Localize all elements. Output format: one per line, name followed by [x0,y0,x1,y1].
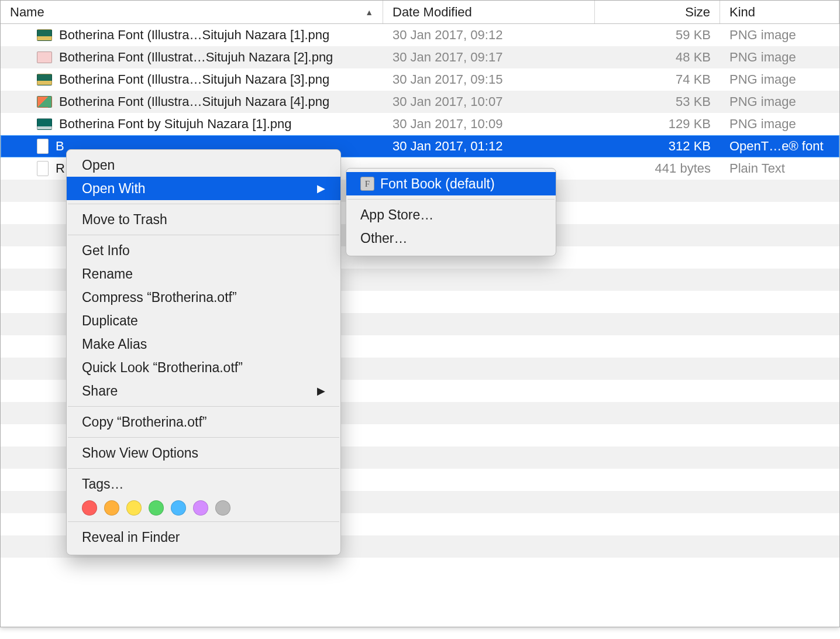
file-date: 30 Jan 2017, 10:09 [383,116,595,132]
file-row[interactable]: Botherina Font (Illustra…Situjuh Nazara … [1,68,839,91]
file-size: 48 KB [595,50,720,65]
ctx-open-with-label: Open With [82,181,146,197]
ctx-copy[interactable]: Copy “Brotherina.otf” [67,410,340,434]
file-date: 30 Jan 2017, 09:15 [383,72,595,87]
ctx-separator [68,521,339,522]
ctx-separator [68,468,339,469]
ctx-reveal-in-finder[interactable]: Reveal in Finder [67,525,340,549]
file-name-cell: Botherina Font by Situjuh Nazara [1].png [1,116,383,132]
column-header-kind[interactable]: Kind [720,1,839,23]
file-name: Botherina Font (Illustrat…Situjuh Nazara… [59,50,333,65]
file-date: 30 Jan 2017, 09:17 [383,50,595,65]
ctx-share-label: Share [82,383,118,399]
ctx-show-view-options-label: Show View Options [82,445,198,461]
ctx-separator [68,406,339,407]
file-kind: PNG image [720,50,839,65]
file-kind: Plain Text [720,161,839,176]
file-size: 74 KB [595,72,720,87]
submenu-app-store[interactable]: App Store… [346,203,556,226]
file-size: 312 KB [595,139,720,154]
tag-green[interactable] [149,500,164,516]
ctx-tags[interactable]: Tags… [67,472,340,496]
tag-gray[interactable] [215,500,230,516]
file-date: 30 Jan 2017, 10:07 [383,94,595,109]
column-header-name[interactable]: Name ▲ [1,1,383,23]
file-name-cell: Botherina Font (Illustrat…Situjuh Nazara… [1,50,383,65]
column-header-kind-label: Kind [729,5,755,20]
file-kind: PNG image [720,94,839,109]
file-size: 53 KB [595,94,720,109]
ctx-compress[interactable]: Compress “Brotherina.otf” [67,286,340,309]
file-name: Botherina Font (Illustra…Situjuh Nazara … [59,94,329,109]
ctx-move-to-trash-label: Move to Trash [82,212,167,228]
empty-row [1,558,839,580]
chevron-right-icon: ▶ [317,182,325,195]
file-kind: OpenT…e® font [720,139,839,154]
ctx-open[interactable]: Open [67,153,340,177]
ctx-separator [347,199,555,200]
file-name: B [56,139,64,154]
ctx-make-alias[interactable]: Make Alias [67,332,340,356]
file-date: 30 Jan 2017, 01:12 [383,139,595,154]
context-menu: Open Open With ▶ Move to Trash Get Info … [66,149,341,555]
column-header-name-label: Name [10,5,44,20]
ctx-rename[interactable]: Rename [67,262,340,286]
chevron-right-icon: ▶ [317,384,325,397]
ctx-rename-label: Rename [82,266,133,282]
ctx-make-alias-label: Make Alias [82,336,147,352]
tag-yellow[interactable] [126,500,142,516]
ctx-get-info[interactable]: Get Info [67,239,340,262]
ctx-reveal-in-finder-label: Reveal in Finder [82,530,180,545]
ctx-tag-colors [67,496,340,518]
file-size: 59 KB [595,28,720,43]
submenu-app-store-label: App Store… [360,207,433,223]
tag-blue[interactable] [171,500,186,516]
column-header-row: Name ▲ Date Modified Size Kind [1,1,839,24]
ctx-quick-look[interactable]: Quick Look “Brotherina.otf” [67,356,340,379]
file-icon [37,139,49,154]
ctx-open-label: Open [82,157,115,173]
finder-list-window: Name ▲ Date Modified Size Kind Botherina… [0,0,840,627]
ctx-separator [68,235,339,235]
file-icon [37,161,49,176]
file-icon [37,96,52,108]
file-row[interactable]: Botherina Font (Illustra…Situjuh Nazara … [1,91,839,113]
ctx-copy-label: Copy “Brotherina.otf” [82,414,206,430]
ctx-open-with[interactable]: Open With ▶ [67,177,340,200]
submenu-font-book[interactable]: F Font Book (default) [346,172,556,195]
ctx-separator [68,437,339,438]
tag-red[interactable] [82,500,97,516]
file-row[interactable]: Botherina Font (Illustra…Situjuh Nazara … [1,24,839,46]
column-header-date-label: Date Modified [393,5,472,20]
file-kind: PNG image [720,72,839,87]
file-icon [37,29,52,41]
sort-ascending-icon: ▲ [365,8,373,17]
column-header-size-label: Size [685,5,710,20]
column-header-size[interactable]: Size [595,1,720,23]
file-name-cell: Botherina Font (Illustra…Situjuh Nazara … [1,72,383,87]
submenu-font-book-label: Font Book (default) [380,176,495,192]
file-size: 129 KB [595,116,720,132]
ctx-compress-label: Compress “Brotherina.otf” [82,290,237,305]
file-name: Botherina Font (Illustra…Situjuh Nazara … [59,72,329,87]
file-kind: PNG image [720,28,839,43]
submenu-other-label: Other… [360,231,408,246]
file-size: 441 bytes [595,161,720,176]
file-row[interactable]: Botherina Font by Situjuh Nazara [1].png… [1,113,839,135]
ctx-separator [68,204,339,204]
submenu-other[interactable]: Other… [346,226,556,250]
file-icon [37,118,52,130]
ctx-move-to-trash[interactable]: Move to Trash [67,208,340,231]
ctx-show-view-options[interactable]: Show View Options [67,441,340,465]
column-header-date[interactable]: Date Modified [383,1,595,23]
file-name: Botherina Font by Situjuh Nazara [1].png [59,116,291,132]
file-name: Botherina Font (Illustra…Situjuh Nazara … [59,28,329,43]
tag-orange[interactable] [104,500,119,516]
file-kind: PNG image [720,116,839,132]
ctx-duplicate[interactable]: Duplicate [67,309,340,332]
ctx-share[interactable]: Share ▶ [67,379,340,403]
file-row[interactable]: Botherina Font (Illustrat…Situjuh Nazara… [1,46,839,68]
file-icon [37,74,52,85]
file-name: R [56,161,65,176]
tag-purple[interactable] [193,500,208,516]
